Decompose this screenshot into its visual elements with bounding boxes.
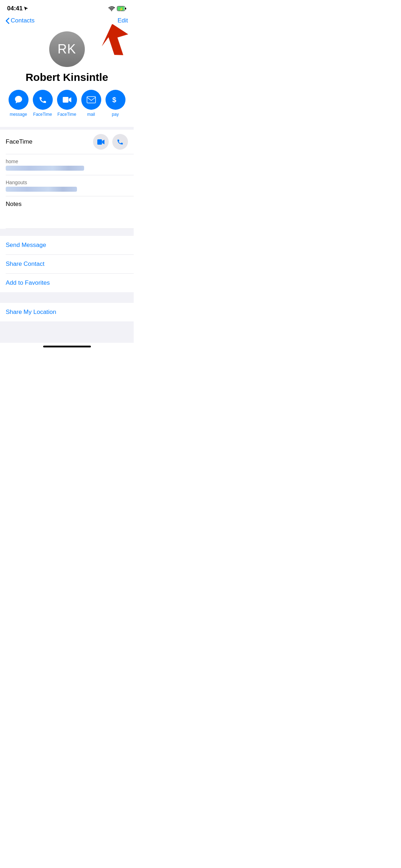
hangouts-label: Hangouts <box>6 180 128 185</box>
facetime-audio-circle <box>33 90 53 110</box>
home-phone-value <box>6 166 84 171</box>
add-favorites-text: Add to Favorites <box>6 279 50 286</box>
home-bar <box>43 346 91 347</box>
home-indicator <box>0 343 134 350</box>
facetime-video-btn-icon <box>97 139 105 145</box>
facetime-section: FaceTime home <box>0 130 134 229</box>
hangouts-value <box>6 187 77 192</box>
action-links: Send Message Share Contact Add to Favori… <box>0 236 134 292</box>
svg-text:⚡: ⚡ <box>119 7 124 11</box>
back-label: Contacts <box>11 17 35 24</box>
svg-rect-6 <box>87 97 96 103</box>
location-arrow-icon <box>24 6 28 11</box>
page-wrapper: 04:41 ⚡ Contacts <box>0 0 134 350</box>
chevron-left-icon <box>6 18 9 24</box>
action-buttons: message FaceTime Face <box>9 90 125 117</box>
notes-label: Notes <box>6 201 128 208</box>
battery-icon: ⚡ <box>117 6 127 11</box>
svg-rect-3 <box>125 8 126 10</box>
facetime-video-button[interactable]: FaceTime <box>57 90 77 117</box>
profile-section: RK Robert Kinsintle message <box>0 28 134 127</box>
message-circle <box>9 90 29 110</box>
home-phone-row[interactable]: home <box>0 154 134 175</box>
hangouts-row[interactable]: Hangouts <box>0 175 134 196</box>
facetime-video-circle <box>57 90 77 110</box>
wifi-icon <box>108 6 115 11</box>
avatar: RK <box>49 31 85 67</box>
facetime-label: FaceTime <box>6 138 32 145</box>
send-message-text: Send Message <box>6 242 46 248</box>
facetime-phone-btn[interactable] <box>112 134 128 150</box>
home-label: home <box>6 159 128 164</box>
mail-icon <box>87 96 96 103</box>
mail-label: mail <box>87 112 95 117</box>
pay-label: pay <box>112 112 119 117</box>
svg-text:$: $ <box>112 96 116 104</box>
status-bar: 04:41 ⚡ <box>0 0 134 14</box>
status-icons: ⚡ <box>108 6 127 11</box>
message-icon <box>14 95 23 104</box>
section-divider-3 <box>0 292 134 303</box>
facetime-video-label: FaceTime <box>57 112 76 117</box>
section-divider-1 <box>0 127 134 130</box>
notes-row: Notes <box>0 196 134 228</box>
avatar-initials: RK <box>57 42 76 57</box>
nav-bar: Contacts Edit <box>0 14 134 28</box>
dollar-icon: $ <box>111 95 120 104</box>
facetime-phone-btn-icon <box>117 138 124 145</box>
facetime-audio-label: FaceTime <box>33 112 52 117</box>
phone-icon <box>38 95 47 104</box>
pay-circle: $ <box>106 90 125 110</box>
facetime-actions <box>93 134 128 150</box>
facetime-audio-button[interactable]: FaceTime <box>33 90 53 117</box>
message-button[interactable]: message <box>9 90 29 117</box>
back-button[interactable]: Contacts <box>6 17 35 24</box>
message-label: message <box>10 112 27 117</box>
facetime-video-btn[interactable] <box>93 134 109 150</box>
mail-circle <box>81 90 101 110</box>
edit-button[interactable]: Edit <box>118 17 128 24</box>
share-contact-row[interactable]: Share Contact <box>0 255 134 273</box>
add-favorites-row[interactable]: Add to Favorites <box>0 274 134 292</box>
section-divider-2 <box>0 229 134 236</box>
send-message-row[interactable]: Send Message <box>0 236 134 254</box>
svg-rect-8 <box>97 139 102 145</box>
bottom-spacer <box>0 321 134 343</box>
facetime-row: FaceTime <box>0 130 134 154</box>
mail-button[interactable]: mail <box>81 90 101 117</box>
share-location-text: Share My Location <box>6 309 56 315</box>
pay-button[interactable]: $ pay <box>106 90 125 117</box>
contact-name: Robert Kinsintle <box>26 71 108 83</box>
svg-rect-5 <box>63 97 68 103</box>
share-location-row[interactable]: Share My Location <box>0 303 134 321</box>
status-time: 04:41 <box>7 5 22 12</box>
share-contact-text: Share Contact <box>6 260 45 267</box>
video-icon <box>62 96 72 103</box>
